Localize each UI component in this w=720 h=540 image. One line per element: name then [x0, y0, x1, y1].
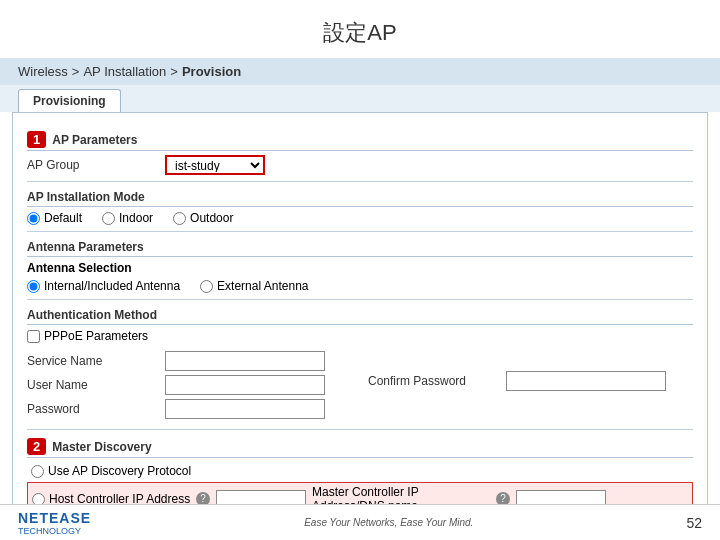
badge-2: 2 [27, 438, 46, 455]
main-content: 1AP Parameters AP Group ist-study AP Ins… [12, 112, 708, 540]
breadcrumb-wireless[interactable]: Wireless [18, 64, 68, 79]
user-name-label: User Name [27, 378, 157, 392]
footer-tagline: Ease Your Networks, Ease Your Mind. [304, 517, 473, 528]
antenna-internal[interactable]: Internal/Included Antenna [27, 279, 180, 293]
password-row: Password [27, 399, 352, 419]
pppoe-row: PPPoE Parameters [27, 329, 693, 343]
user-name-input[interactable] [165, 375, 325, 395]
company-logo: NETEASE TECHNOLOGY [18, 510, 91, 536]
breadcrumb-current: Provision [182, 64, 241, 79]
logo-main: NETEASE [18, 510, 91, 526]
use-lldp-radio[interactable]: Use AP Discovery Protocol [31, 464, 191, 478]
mode-outdoor[interactable]: Outdoor [173, 211, 233, 225]
tab-provisioning[interactable]: Provisioning [18, 89, 121, 112]
confirm-password-input[interactable] [506, 371, 666, 391]
service-name-input[interactable] [165, 351, 325, 371]
installation-mode-group: Default Indoor Outdoor [27, 211, 693, 225]
confirm-password-label: Confirm Password [368, 374, 498, 388]
master-discovery-header: 2Master Discovery [27, 438, 693, 458]
mode-indoor[interactable]: Indoor [102, 211, 153, 225]
password-input[interactable] [165, 399, 325, 419]
footer-page-number: 52 [686, 515, 702, 531]
ap-group-row: AP Group ist-study [27, 155, 693, 175]
ap-group-select[interactable]: ist-study [165, 155, 265, 175]
use-lldp-row: Use AP Discovery Protocol [27, 462, 693, 480]
antenna-selection-group: Internal/Included Antenna External Anten… [27, 279, 693, 293]
ap-installation-mode-header: AP Installation Mode [27, 190, 693, 207]
mode-default[interactable]: Default [27, 211, 82, 225]
antenna-parameters-header: Antenna Parameters [27, 240, 693, 257]
confirm-password-row: Confirm Password [368, 371, 693, 391]
tab-bar: Provisioning [0, 85, 720, 112]
footer: NETEASE TECHNOLOGY Ease Your Networks, E… [0, 504, 720, 540]
auth-fields: Service Name User Name Password Confirm … [27, 347, 693, 423]
ap-group-label: AP Group [27, 158, 157, 172]
antenna-external[interactable]: External Antenna [200, 279, 308, 293]
user-name-row: User Name [27, 375, 352, 395]
breadcrumb: Wireless > AP Installation > Provision [0, 58, 720, 85]
pppoe-checkbox[interactable]: PPPoE Parameters [27, 329, 148, 343]
badge-1: 1 [27, 131, 46, 148]
service-name-row: Service Name [27, 351, 352, 371]
breadcrumb-ap-installation[interactable]: AP Installation [83, 64, 166, 79]
breadcrumb-sep1: > [72, 64, 80, 79]
breadcrumb-sep2: > [170, 64, 178, 79]
service-name-label: Service Name [27, 354, 157, 368]
password-label: Password [27, 402, 157, 416]
antenna-selection-title: Antenna Selection [27, 261, 693, 275]
ap-parameters-header: 1AP Parameters [27, 131, 693, 151]
auth-method-header: Authentication Method [27, 308, 693, 325]
logo-sub: TECHNOLOGY [18, 526, 81, 536]
page-title: 設定AP [0, 0, 720, 58]
